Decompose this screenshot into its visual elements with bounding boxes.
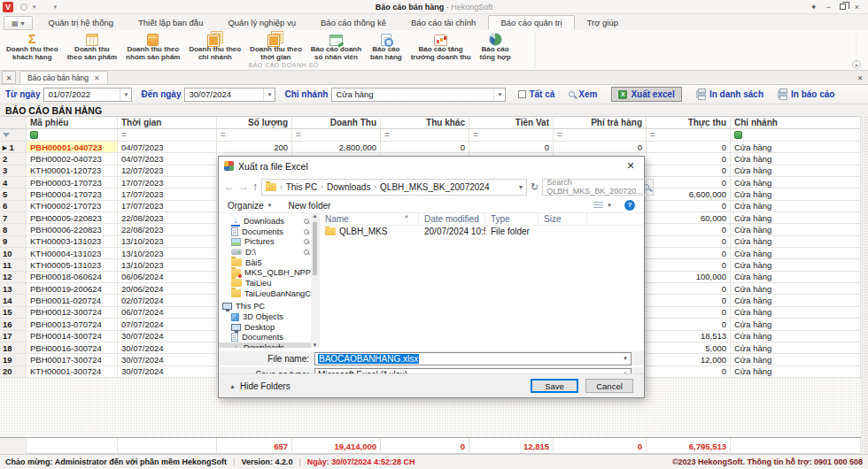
sidebar-item-2[interactable]: Pictures	[219, 236, 311, 247]
quick-access-toolbar[interactable]: ▾▾	[20, 4, 57, 11]
filter-cell-ma_phieu[interactable]	[27, 129, 118, 142]
filter-cell-thu_khac[interactable]: =	[381, 129, 469, 142]
to-date-input[interactable]: 30/07/2024▼	[184, 88, 275, 102]
theme-circle-icon[interactable]	[20, 4, 27, 11]
ribbon-tab-0[interactable]: Quản trị hệ thống	[36, 15, 126, 30]
ribbon-button-3[interactable]: Doanh thu theochi nhánh	[184, 31, 245, 63]
sidebar-item-3[interactable]: D:\	[219, 247, 311, 258]
ribbon-button-5[interactable]: Báo cáo doanhsố nhân viên	[306, 31, 366, 63]
back-icon[interactable]: ←	[224, 181, 235, 193]
restore-button[interactable]	[840, 4, 846, 10]
select-all-checkbox[interactable]	[518, 90, 526, 98]
forward-icon[interactable]: →	[238, 181, 249, 193]
app-menu-button[interactable]: ▦▾	[4, 16, 33, 30]
column-header-thu_khac[interactable]: Thu khác	[381, 117, 469, 129]
cancel-button[interactable]: Cancel	[585, 379, 633, 393]
organize-button[interactable]: Organize▼	[228, 201, 273, 211]
dialog-close-button[interactable]: ✕	[617, 157, 644, 175]
qat-customize-icon[interactable]: ▾	[54, 4, 58, 11]
filter-cell-doanh_thu[interactable]: =	[292, 129, 381, 142]
filter-cell-chi_nhanh[interactable]	[731, 129, 861, 142]
sidebar-item-8[interactable]: This PC	[219, 302, 311, 312]
breadcrumb-this-pc[interactable]: This PC	[286, 182, 318, 192]
column-header-tien_vat[interactable]: Tiền Vat	[469, 117, 554, 129]
chevron-down-icon[interactable]: ▼	[493, 88, 505, 101]
table-row[interactable]: ▸ 1PBH00001-04072304/07/20232002,800,000…	[0, 142, 861, 153]
column-header-ma_phieu[interactable]: Mã phiếu	[27, 117, 118, 129]
filter-cell-phi_tra_hang[interactable]: =	[554, 129, 647, 142]
list-column-2[interactable]: Type	[485, 213, 539, 225]
sidebar-item-9[interactable]: 3D Objects	[219, 311, 311, 322]
ribbon-tab-2[interactable]: Quản lý nghiệp vụ	[215, 15, 308, 30]
column-header-stt[interactable]	[0, 117, 27, 129]
filter-cell-so_luong[interactable]: =	[217, 129, 292, 142]
sidebar-item-0[interactable]: ↓Downloads	[219, 216, 311, 227]
sidebar-item-10[interactable]: Desktop	[219, 322, 311, 333]
filter-cell-thuc_thu[interactable]: =	[647, 129, 731, 142]
ribbon-button-6[interactable]: Báo cáobán hàng	[366, 31, 407, 63]
close-all-tabs-button[interactable]: ✕	[2, 71, 16, 84]
ribbon-button-2[interactable]: Doanh thu theonhóm sản phẩm	[121, 31, 184, 63]
scroll-up-icon[interactable]: ▲	[311, 213, 319, 219]
sidebar-item-11[interactable]: Documents	[219, 333, 311, 343]
column-header-so_luong[interactable]: Số lượng	[217, 117, 292, 129]
view-mode-button[interactable]: ▼	[593, 202, 612, 210]
chevron-down-icon[interactable]: ▼	[623, 356, 628, 361]
ribbon-button-4[interactable]: Doanh thu theothời gian	[245, 31, 306, 63]
new-folder-button[interactable]: New folder	[289, 201, 331, 211]
ribbon-tab-6[interactable]: Trợ giúp	[575, 15, 631, 30]
refresh-icon[interactable]: ↻	[531, 181, 539, 193]
file-name-input[interactable]: BAOCAOBANHANG.xlsx ▼	[314, 352, 632, 365]
print-report-button[interactable]: In báo cáo	[778, 89, 834, 99]
ribbon-button-8[interactable]: Báo cáotổng hợp	[476, 31, 515, 63]
list-column-3[interactable]: Size	[539, 213, 587, 225]
ribbon-button-0[interactable]: ΣDoanh thu theokhách hàng	[2, 31, 63, 63]
close-document-button[interactable]: ✕	[854, 73, 866, 84]
ribbon-tab-3[interactable]: Báo cáo thống kê	[308, 15, 399, 30]
qat-dropdown-icon[interactable]: ▾	[33, 4, 36, 11]
scrollbar-thumb[interactable]	[313, 222, 317, 275]
minimize-button[interactable]: −	[825, 3, 830, 12]
ribbon-tab-4[interactable]: Báo cáo tài chính	[399, 15, 488, 30]
breadcrumb-folder[interactable]: QLBH_MKS_BK_20072024	[380, 182, 489, 192]
close-button[interactable]: ×	[855, 3, 859, 12]
export-excel-button[interactable]: XXuất excel	[611, 87, 681, 102]
ribbon-tab-1[interactable]: Thiết lập ban đầu	[126, 15, 215, 30]
tab-bao-cao-ban-hang[interactable]: Báo cáo bán hàng ✕	[19, 71, 108, 84]
print-list-button[interactable]: In danh sách	[696, 89, 763, 99]
window-style-icon[interactable]: ✦	[810, 3, 818, 12]
sidebar-item-6[interactable]: TaiLieu	[219, 278, 311, 288]
sidebar-item-5[interactable]: MKS_QLBH_NPP	[219, 267, 311, 278]
column-header-chi_nhanh[interactable]: Chi nhánh	[731, 117, 861, 129]
address-dropdown-icon[interactable]: ▾	[519, 183, 523, 191]
sidebar-scrollbar[interactable]: ▲ ▼	[311, 213, 319, 348]
filter-cell-thoi_gian[interactable]: =	[118, 129, 217, 142]
chevron-down-icon[interactable]: ▼	[120, 88, 131, 101]
breadcrumb-downloads[interactable]: Downloads	[327, 182, 370, 192]
column-header-doanh_thu[interactable]: Doanh Thu	[292, 117, 381, 129]
sidebar-item-1[interactable]: Documents	[219, 227, 311, 237]
from-date-input[interactable]: 01/07/2022▼	[43, 88, 132, 102]
address-bar[interactable]: › This PC › Downloads › QLBH_MKS_BK_2007…	[261, 179, 527, 196]
column-header-thuc_thu[interactable]: Thực thu	[647, 117, 731, 129]
up-icon[interactable]: ↑	[252, 181, 258, 193]
search-input[interactable]: Search QLBH_MKS_BK_200720...	[542, 179, 654, 196]
scroll-down-icon[interactable]: ▼	[311, 342, 319, 348]
hide-folders-button[interactable]: ▲Hide Folders	[229, 381, 291, 391]
column-header-thoi_gian[interactable]: Thời gian	[118, 117, 217, 129]
file-row[interactable]: QLBH_MKS20/07/2024 10:51File folder	[320, 226, 644, 237]
ribbon-tab-5[interactable]: Báo cáo quản trị	[488, 15, 574, 30]
close-tab-icon[interactable]: ✕	[94, 74, 100, 82]
filter-cell-stt[interactable]	[0, 129, 27, 142]
filter-cell-tien_vat[interactable]: =	[469, 129, 554, 142]
branch-select[interactable]: Cửa hàng▼	[331, 88, 506, 102]
sidebar-item-4[interactable]: Bài5	[219, 258, 311, 268]
sidebar-item-12[interactable]: ↓Downloads	[219, 342, 311, 348]
chevron-down-icon[interactable]: ▼	[263, 88, 275, 101]
help-icon[interactable]: ?	[624, 200, 635, 211]
ribbon-button-1[interactable]: Doanh thutheo sản phẩm	[63, 31, 121, 63]
ribbon-button-7[interactable]: Báo cáo tăngtrưởng doanh thu	[407, 31, 476, 63]
list-column-1[interactable]: Date modified	[419, 213, 485, 225]
collapse-ribbon-icon[interactable]: ▴	[852, 60, 861, 69]
column-header-phi_tra_hang[interactable]: Phí trả hàng	[554, 117, 647, 129]
